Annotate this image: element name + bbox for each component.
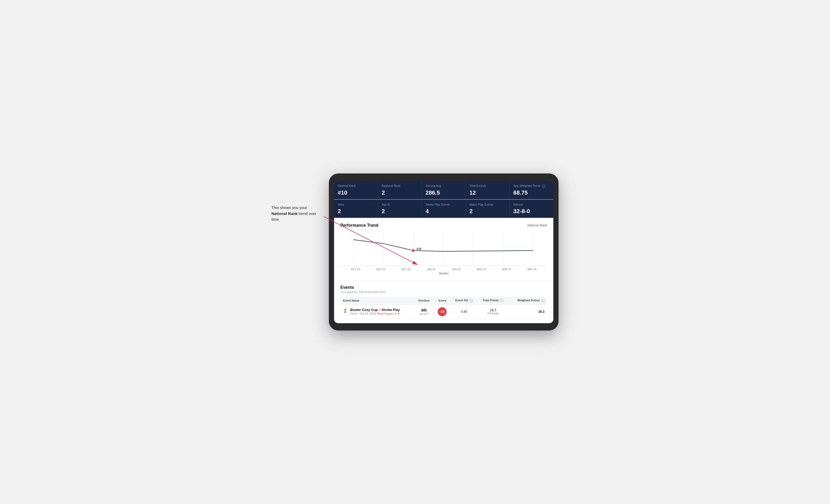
chart-x-label-jan24: JAN 24 (419, 268, 444, 271)
performance-section: Performance Trend National Rank (334, 218, 553, 281)
page-wrapper: This shows you your National Rank trend … (272, 173, 558, 330)
weighted-points-info-icon: i (541, 299, 544, 302)
total-points-cell: 28.3 3 Rounds (478, 304, 509, 319)
stat-match-play-value: 2 (470, 208, 506, 215)
chart-x-label-dec23: DEC 23 (393, 268, 419, 271)
stat-avg-weighted-points-value: 68.75 (513, 190, 550, 196)
weighted-points-cell: 28.3 (509, 304, 547, 319)
tablet-frame: National Rank #10 Regional Rank 2 Scorin… (329, 173, 558, 330)
events-last-updated: Last updated: 24th November 2023 (340, 290, 547, 294)
annotation-text: This shows you your National Rank trend … (272, 205, 324, 223)
chart-svg: #10 (340, 232, 547, 266)
avg-weighted-info-icon: i (542, 185, 545, 188)
stat-scoring-avg: Scoring Avg. 286.5 (422, 181, 466, 199)
col-weighted-points: Weighted Points i (509, 297, 547, 304)
stat-national-rank: National Rank #10 (334, 181, 378, 199)
event-position-cell: 6th out of 7 (414, 304, 434, 319)
stat-top3s-label: Top 3s (382, 203, 418, 206)
stat-regional-rank-value: 2 (382, 190, 418, 196)
stats-row-2: Wins 2 Top 3s 2 Stroke Play Events 4 Mat… (334, 200, 553, 218)
stat-avg-weighted-points: Avg. Weighted Points i 68.75 (510, 181, 553, 199)
chart-x-label-oct23: OCT 23 (343, 268, 368, 271)
total-points-info-icon: i (500, 299, 504, 302)
stat-scoring-avg-value: 286.5 (425, 190, 462, 196)
weighted-points-value: 28.3 (539, 310, 544, 313)
stat-stroke-play: Stroke Play Events 4 (422, 200, 466, 218)
col-event-sg: Event SG i (450, 297, 477, 304)
total-points-rounds: 3 Rounds (480, 312, 506, 315)
total-points-value: 28.3 (480, 308, 506, 312)
rank-impact: Rank Impact: 3 ▼ (377, 312, 400, 315)
chart-x-label-nov23: NOV 23 (368, 268, 393, 271)
stat-top3s-value: 2 (382, 208, 418, 215)
chart-x-label-apr24: APR 24 (494, 268, 519, 271)
stat-record-label: Record (513, 203, 550, 206)
events-table-header-row: Event Name Position Score Event SG i Tot… (340, 297, 547, 304)
events-title: Events (340, 285, 547, 290)
col-event-name: Event Name (340, 297, 414, 304)
event-sg-cell: 0.45 (450, 304, 477, 319)
stat-total-rounds-value: 12 (470, 190, 506, 196)
stat-record: Record 32-8-0 (510, 200, 553, 218)
performance-header: Performance Trend National Rank (340, 223, 547, 228)
score-badge: -22 (438, 307, 447, 316)
chart-tooltip-label: #10 (417, 247, 421, 251)
stat-scoring-avg-label: Scoring Avg. (425, 184, 462, 188)
performance-label: National Rank (528, 224, 547, 227)
chart-x-axis-title: Months (340, 272, 547, 275)
stat-regional-rank-label: Regional Rank (382, 184, 418, 188)
event-name-cell: 🏌 Buster Cozy Cup – Stroke Play Oct 9 - … (340, 304, 414, 319)
event-position-sub: out of 7 (417, 312, 431, 315)
stat-national-rank-label: National Rank (338, 184, 374, 188)
event-date: Oct 9 - Oct 10, 2023 (350, 312, 376, 315)
col-score: Score (434, 297, 450, 304)
chart-x-labels: OCT 23 NOV 23 DEC 23 JAN 24 FEB 24 MAR 2… (340, 268, 547, 271)
events-table: Event Name Position Score Event SG i Tot… (340, 297, 547, 319)
col-total-points: Total Points i (478, 297, 509, 304)
stat-match-play: Match Play Events 2 (466, 200, 509, 218)
stat-wins-value: 2 (338, 208, 374, 215)
chart-x-label-mar24: MAR 24 (469, 268, 494, 271)
chart-datapoint (412, 249, 415, 252)
stat-wins: Wins 2 (334, 200, 378, 218)
stat-total-rounds: Total Rounds 12 (466, 181, 509, 199)
stat-wins-label: Wins (338, 203, 374, 206)
event-sg-info-icon: i (470, 299, 473, 302)
stat-total-rounds-label: Total Rounds (470, 184, 506, 188)
stat-national-rank-value: #10 (338, 190, 374, 196)
stat-match-play-label: Match Play Events (470, 203, 506, 206)
chart-x-label-may24: MAY 24 (519, 268, 545, 271)
stat-stroke-play-label: Stroke Play Events (425, 203, 462, 206)
stat-regional-rank: Regional Rank 2 (378, 181, 421, 199)
event-score-cell: -22 (434, 304, 450, 319)
stats-row-1: National Rank #10 Regional Rank 2 Scorin… (334, 181, 553, 199)
col-position: Position (414, 297, 434, 304)
stat-record-value: 32-8-0 (513, 208, 550, 215)
event-position-main: 6th (417, 308, 431, 312)
stat-top3s: Top 3s 2 (378, 200, 421, 218)
chart-x-label-feb24: FEB 24 (444, 268, 469, 271)
events-section: Events Last updated: 24th November 2023 … (334, 281, 553, 323)
tablet-screen: National Rank #10 Regional Rank 2 Scorin… (334, 181, 553, 323)
chart-area: #10 (340, 232, 547, 266)
event-name-text: Buster Cozy Cup – Stroke Play Oct 9 - Oc… (350, 308, 400, 315)
stat-avg-weighted-points-label: Avg. Weighted Points i (513, 184, 550, 188)
performance-title: Performance Trend (340, 223, 379, 228)
table-row: 🏌 Buster Cozy Cup – Stroke Play Oct 9 - … (340, 304, 547, 319)
stat-stroke-play-value: 4 (425, 208, 462, 215)
event-name: Buster Cozy Cup – Stroke Play (350, 308, 400, 312)
event-icon: 🏌 (343, 308, 348, 313)
